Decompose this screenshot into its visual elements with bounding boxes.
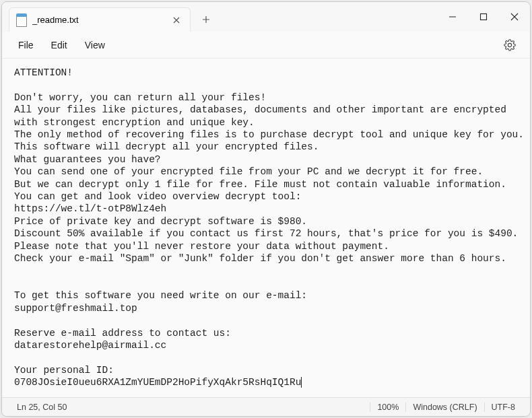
tab-title: _readme.txt (32, 15, 166, 25)
status-bar: Ln 25, Col 50 100% Windows (CRLF) UTF-8 (2, 397, 530, 416)
status-encoding[interactable]: UTF-8 (484, 403, 522, 412)
status-zoom[interactable]: 100% (370, 403, 405, 412)
menu-edit[interactable]: Edit (44, 36, 74, 55)
maximize-button[interactable] (468, 2, 499, 32)
close-button[interactable] (499, 2, 530, 32)
notepad-icon (16, 13, 27, 27)
svg-rect-0 (481, 14, 487, 20)
status-position[interactable]: Ln 25, Col 50 (10, 403, 73, 412)
title-bar: _readme.txt (2, 2, 530, 32)
text-editor-area[interactable]: ATTENTION! Don't worry, you can return a… (2, 59, 530, 397)
text-cursor (301, 377, 302, 388)
gear-icon (504, 39, 516, 51)
menu-bar: File Edit View (2, 32, 530, 59)
status-linebreak[interactable]: Windows (CRLF) (405, 403, 484, 412)
menu-view[interactable]: View (78, 36, 112, 55)
app-window: _readme.txt File Edit View (1, 1, 531, 417)
close-tab-icon[interactable] (171, 15, 182, 26)
document-tab[interactable]: _readme.txt (9, 7, 191, 32)
new-tab-button[interactable] (196, 9, 216, 30)
menu-file[interactable]: File (11, 36, 40, 55)
minimize-button[interactable] (437, 2, 468, 32)
settings-button[interactable] (499, 34, 521, 56)
window-controls (437, 2, 530, 32)
